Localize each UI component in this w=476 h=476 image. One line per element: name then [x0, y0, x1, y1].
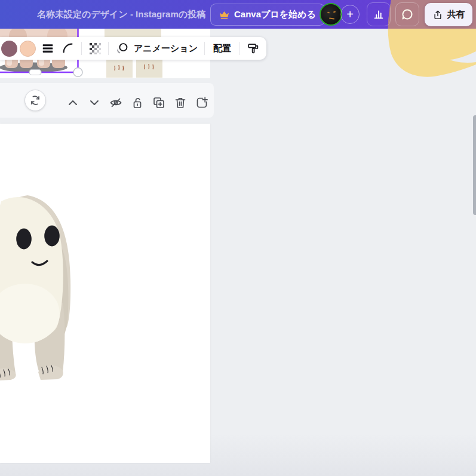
canva-editor-window: 名称未設定のデザイン - Instagramの投稿 Canvaプロを始める + [0, 0, 476, 476]
share-button[interactable]: 共有 [425, 3, 472, 26]
toolbar-divider [81, 42, 82, 55]
move-down-icon[interactable] [87, 96, 102, 110]
scrollbar-thumb[interactable] [473, 115, 476, 215]
unlock-icon[interactable] [130, 96, 145, 110]
canvas-page-2[interactable] [0, 124, 210, 463]
animation-button[interactable]: アニメーション [112, 42, 201, 55]
canva-pro-button[interactable]: Canvaプロを始める [210, 4, 325, 26]
comments-button[interactable] [395, 2, 419, 26]
share-button-label: 共有 [447, 9, 465, 20]
user-avatar[interactable] [320, 3, 342, 26]
transparency-button[interactable] [85, 38, 105, 59]
toolbar-divider [108, 42, 109, 55]
animation-label: アニメーション [134, 43, 198, 54]
move-up-icon[interactable] [66, 96, 80, 110]
toolbar-divider [239, 42, 240, 55]
stroke-weight-button[interactable] [38, 38, 58, 59]
line-curve-icon [62, 42, 75, 55]
position-label: 配置 [213, 43, 231, 53]
resize-handle-corner[interactable] [73, 68, 82, 77]
position-button[interactable]: 配置 [208, 43, 237, 54]
stroke-weight-icon [41, 42, 54, 55]
animation-icon [115, 42, 130, 55]
ghost-left-eye [16, 229, 32, 250]
paint-roller-icon [247, 42, 260, 55]
comments-icon [400, 7, 414, 22]
insights-chart-icon [372, 8, 385, 21]
color-swatch-1[interactable] [1, 41, 17, 57]
add-page-icon[interactable] [195, 96, 209, 110]
delete-icon[interactable] [173, 96, 188, 110]
line-curve-button[interactable] [58, 38, 78, 59]
export-up-icon [432, 10, 443, 20]
hide-eye-icon[interactable] [109, 96, 123, 110]
rotate-icon [29, 94, 42, 107]
crown-icon [219, 11, 229, 19]
resize-handle-pill[interactable] [29, 70, 41, 75]
transparency-icon [89, 42, 101, 54]
add-member-button[interactable]: + [340, 5, 360, 24]
toolbar-divider [204, 42, 205, 55]
contextual-toolbar: アニメーション 配置 [0, 37, 266, 60]
pro-button-label: Canvaプロを始める [234, 9, 316, 20]
ghost-character[interactable] [0, 124, 210, 463]
design-title[interactable]: 名称未設定のデザイン - Instagramの投稿 [37, 0, 205, 29]
color-swatch-2[interactable] [20, 41, 36, 57]
plus-icon: + [346, 8, 354, 22]
copy-style-button[interactable] [243, 38, 263, 59]
duplicate-icon[interactable] [152, 96, 166, 110]
insights-button[interactable] [367, 2, 391, 26]
rotate-button[interactable] [24, 90, 46, 111]
ghost-right-eye [44, 226, 60, 247]
